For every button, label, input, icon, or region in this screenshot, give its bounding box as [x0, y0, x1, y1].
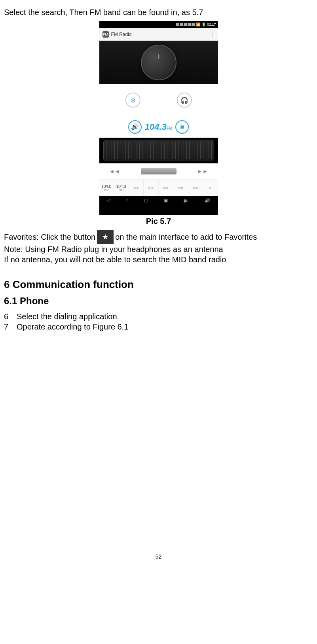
record-icon: ⊚ — [130, 97, 135, 104]
preset-freq: 104.3 — [116, 184, 126, 189]
recent-icon[interactable]: ▢ — [144, 198, 148, 203]
preset-label: Mhz — [163, 186, 168, 189]
fm-radio-screenshot: 📶 🔋 02:17 FM FM Radio ⋮ ⊚ 🎧 🔊 104.3FM — [99, 21, 218, 215]
figure-caption: Pic 5.7 — [4, 217, 313, 226]
subsection-heading: 6.1 Phone — [4, 295, 313, 307]
favorites-text-prefix: Favorites: Click the button — [4, 231, 95, 243]
system-nav-bar: ◁ ○ ▢ ▣ 🔉 🔊 — [99, 196, 218, 205]
app-title: FM Radio — [111, 32, 209, 37]
speaker-icon: 🔊 — [131, 123, 139, 131]
favorites-star-button: ★ — [97, 230, 114, 244]
note-text-2: If no antenna, you will not be able to s… — [4, 254, 313, 265]
list-item-text: Select the dialing application — [17, 311, 117, 322]
status-bar: 📶 🔋 02:17 — [99, 21, 218, 28]
menu-icon[interactable]: ⋮ — [209, 31, 215, 38]
list-item: 6 Select the dialing application — [4, 311, 313, 322]
star-icon: ★ — [102, 232, 108, 242]
frequency-value: 104.3 — [145, 122, 167, 132]
preset-label: Mhz — [148, 186, 154, 189]
preset-item[interactable]: 104.3 Mhz — [114, 180, 129, 196]
preset-label: M — [209, 186, 211, 189]
home-icon[interactable]: ○ — [126, 198, 129, 203]
note-text-1: Note: Using FM Radio plug in your headph… — [4, 244, 313, 254]
list-item-number: 6 — [4, 311, 17, 322]
frequency-row: 🔊 104.3FM ■ — [99, 116, 218, 138]
stop-icon: ■ — [180, 123, 184, 131]
presets-row: 104.0 Mhz 104.3 Mhz Mhz Mhz Mhz Mhz — [99, 179, 218, 196]
screenshot-wrapper: 📶 🔋 02:17 FM FM Radio ⋮ ⊚ 🎧 🔊 104.3FM — [4, 21, 313, 215]
status-icon — [188, 23, 191, 26]
tuning-knob[interactable] — [141, 45, 177, 80]
preset-item[interactable]: Mhz — [188, 180, 203, 196]
signal-icon: 📶 — [196, 23, 200, 27]
seek-handle[interactable] — [141, 168, 177, 174]
section-heading: 6 Communication function — [4, 278, 313, 291]
status-icon — [192, 23, 195, 26]
favorites-instruction: Favorites: Click the button ★ on the mai… — [4, 230, 313, 244]
intro-text: Select the search, Then FM band can be f… — [4, 8, 313, 17]
tuner-scale[interactable] — [103, 140, 214, 161]
status-icon — [184, 23, 187, 26]
preset-item[interactable]: Mhz — [159, 180, 174, 196]
headphone-icon: 🎧 — [180, 97, 188, 104]
list-item-text: Operate according to Figure 6.1 — [17, 322, 128, 332]
preset-freq: 104.0 — [101, 184, 111, 189]
status-icon — [180, 23, 183, 26]
vol-up-icon[interactable]: 🔊 — [205, 198, 210, 203]
preset-label: Mhz — [193, 186, 198, 189]
screenshot-icon[interactable]: ▣ — [164, 198, 168, 203]
status-time: 02:17 — [207, 23, 216, 27]
page-number: 52 — [4, 553, 313, 560]
preset-item[interactable]: Mhz — [129, 180, 144, 196]
preset-label: Mhz — [178, 186, 183, 189]
preset-item[interactable]: Mhz — [144, 180, 159, 196]
status-icons-group — [176, 23, 195, 26]
frequency-display: 104.3FM — [145, 122, 173, 132]
app-header: FM FM Radio ⋮ — [99, 28, 218, 41]
preset-item[interactable]: 104.0 Mhz — [99, 180, 114, 196]
record-button[interactable]: ⊚ — [125, 93, 140, 108]
radio-knob-area — [99, 41, 218, 84]
headphone-button[interactable]: 🎧 — [177, 93, 192, 108]
preset-label: Mhz — [104, 189, 109, 191]
stop-button[interactable]: ■ — [175, 120, 189, 134]
frequency-unit: FM — [167, 126, 172, 131]
vol-down-icon[interactable]: 🔉 — [183, 198, 189, 203]
fm-app-icon: FM — [103, 31, 109, 38]
battery-icon: 🔋 — [201, 23, 206, 27]
preset-label: Mhz — [119, 189, 124, 191]
preset-label: Mhz — [133, 186, 139, 189]
seek-next-icon[interactable]: ►► — [197, 168, 208, 174]
seek-bar: ◄◄ ►► — [99, 163, 218, 179]
favorites-text-suffix: on the main interface to add to Favorite… — [115, 231, 257, 243]
preset-item[interactable]: Mhz — [173, 180, 188, 196]
preset-item[interactable]: M — [203, 180, 218, 196]
status-icon — [176, 23, 179, 26]
top-controls-row: ⊚ 🎧 — [99, 84, 218, 116]
speaker-button[interactable]: 🔊 — [128, 120, 142, 134]
list-item-number: 7 — [4, 322, 17, 332]
back-icon[interactable]: ◁ — [107, 198, 110, 203]
seek-prev-icon[interactable]: ◄◄ — [109, 168, 120, 174]
list-item: 7 Operate according to Figure 6.1 — [4, 322, 313, 332]
